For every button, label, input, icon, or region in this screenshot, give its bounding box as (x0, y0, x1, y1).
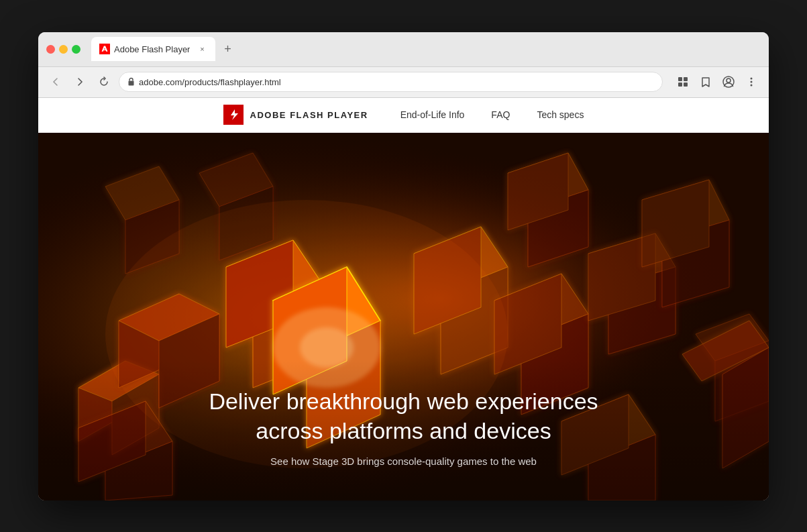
browser-window: Adobe Flash Player × + adobe.com/product… (38, 32, 769, 500)
url-text: adobe.com/products/flashplayer.html (139, 77, 281, 87)
minimize-button[interactable] (59, 45, 68, 54)
lock-icon (127, 77, 135, 87)
nav-link-techspecs[interactable]: Tech specs (537, 109, 584, 120)
hero-headline: Deliver breakthrough web experiences acr… (52, 386, 755, 445)
nav-link-faq[interactable]: FAQ (491, 109, 510, 120)
bookmark-button[interactable] (696, 72, 715, 91)
reload-button[interactable] (95, 72, 113, 91)
svg-point-7 (751, 78, 753, 80)
active-tab[interactable]: Adobe Flash Player × (91, 37, 215, 61)
svg-rect-3 (678, 83, 682, 87)
close-button[interactable] (46, 45, 55, 54)
tab-close-button[interactable]: × (197, 44, 207, 54)
hero-overlay: Deliver breakthrough web experiences acr… (38, 360, 769, 500)
maximize-button[interactable] (72, 45, 80, 54)
url-bar[interactable]: adobe.com/products/flashplayer.html (119, 72, 663, 92)
site-logo: ADOBE FLASH PLAYER (223, 105, 368, 125)
traffic-lights (46, 45, 80, 54)
address-bar: adobe.com/products/flashplayer.html (38, 67, 769, 98)
account-button[interactable] (719, 72, 738, 91)
tab-adobe-icon (99, 44, 110, 54)
site-nav-links: End-of-Life Info FAQ Tech specs (400, 109, 584, 120)
svg-rect-4 (684, 83, 688, 87)
svg-rect-0 (129, 81, 134, 85)
site-content: ADOBE FLASH PLAYER End-of-Life Info FAQ … (38, 98, 769, 500)
tab-area: Adobe Flash Player × + (91, 37, 761, 61)
flash-icon (223, 105, 244, 125)
tab-title: Adobe Flash Player (114, 44, 190, 54)
extensions-button[interactable] (674, 72, 692, 91)
hero-section: Deliver breakthrough web experiences acr… (38, 133, 769, 500)
svg-point-8 (751, 81, 753, 83)
site-nav: ADOBE FLASH PLAYER End-of-Life Info FAQ … (38, 98, 769, 133)
hero-subtext: See how Stage 3D brings console-quality … (52, 456, 755, 467)
svg-rect-1 (678, 77, 682, 81)
back-button[interactable] (46, 72, 65, 91)
svg-rect-2 (684, 77, 688, 81)
title-bar: Adobe Flash Player × + (38, 32, 769, 67)
new-tab-button[interactable]: + (218, 40, 237, 58)
forward-button[interactable] (70, 72, 89, 91)
svg-point-9 (751, 85, 753, 87)
browser-actions (674, 72, 761, 91)
menu-button[interactable] (742, 72, 761, 91)
nav-link-eol[interactable]: End-of-Life Info (400, 109, 465, 120)
svg-point-6 (727, 78, 731, 83)
site-logo-text: ADOBE FLASH PLAYER (250, 110, 368, 120)
